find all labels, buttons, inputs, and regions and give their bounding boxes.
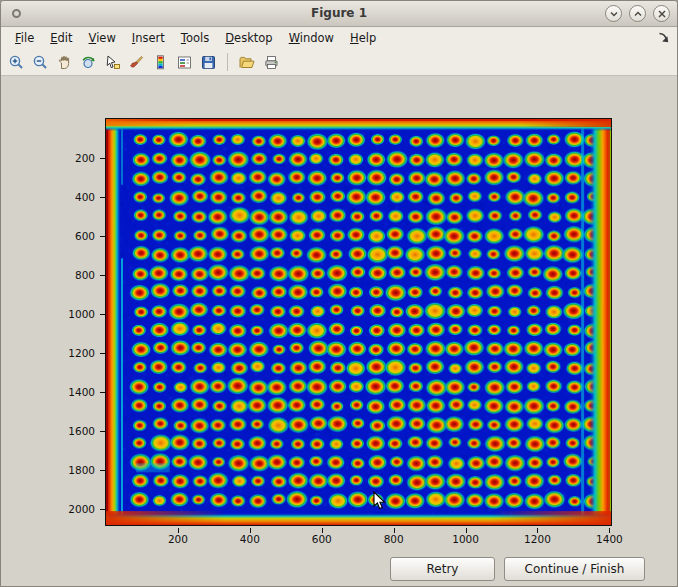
- save-icon: [200, 54, 217, 71]
- y-tickmark: [100, 314, 105, 315]
- x-tick-label: 400: [240, 533, 260, 545]
- data-cursor-button[interactable]: [101, 51, 123, 73]
- y-tick-label: 1000: [68, 308, 95, 320]
- save-button[interactable]: [197, 51, 219, 73]
- x-tick-label: 1000: [452, 533, 479, 545]
- print-icon: [263, 54, 280, 71]
- menubar-items: FileEditViewInsertToolsDesktopWindowHelp: [1, 27, 677, 49]
- titlebar[interactable]: Figure 1: [1, 1, 677, 27]
- menu-item-window[interactable]: Window: [281, 28, 342, 48]
- menu-item-tools[interactable]: Tools: [173, 28, 217, 48]
- maximize-button[interactable]: [629, 5, 646, 22]
- figure-canvas-area: 2004006008001000120014001600180020002004…: [1, 76, 677, 586]
- continue-finish-button[interactable]: Continue / Finish: [504, 557, 645, 581]
- y-tickmark: [100, 392, 105, 393]
- dock-figure-button[interactable]: [654, 30, 672, 46]
- chevron-up-icon: [633, 9, 643, 19]
- y-tickmark: [100, 275, 105, 276]
- pan-button[interactable]: [53, 51, 75, 73]
- brush-button[interactable]: [125, 51, 147, 73]
- y-tick-label: 1600: [68, 425, 95, 437]
- y-tick-label: 2000: [68, 503, 95, 515]
- open-folder-icon: [238, 54, 256, 71]
- menu-item-file[interactable]: File: [7, 28, 42, 48]
- zoom-in-icon: [8, 54, 25, 71]
- y-tick-label: 600: [75, 230, 95, 242]
- y-tickmark: [100, 197, 105, 198]
- legend-button[interactable]: [173, 51, 195, 73]
- y-tick-label: 1200: [68, 347, 95, 359]
- zoom-in-button[interactable]: [5, 51, 27, 73]
- menu-item-edit[interactable]: Edit: [42, 28, 80, 48]
- figure-window: Figure 1 FileEditViewInsertToolsDesktopW…: [0, 0, 678, 587]
- menu-item-view[interactable]: View: [81, 28, 124, 48]
- y-tickmark: [100, 509, 105, 510]
- window-controls: [605, 5, 670, 22]
- chevron-down-icon: [609, 9, 619, 19]
- toolbar: [1, 49, 677, 76]
- retry-button[interactable]: Retry: [390, 557, 495, 581]
- pan-icon: [56, 54, 73, 71]
- y-tick-label: 1400: [68, 386, 95, 398]
- x-tick-label: 600: [312, 533, 332, 545]
- y-tickmark: [100, 353, 105, 354]
- y-tickmark: [100, 470, 105, 471]
- print-button[interactable]: [260, 51, 282, 73]
- window-title: Figure 1: [1, 6, 677, 20]
- x-tick-label: 800: [384, 533, 404, 545]
- rotate-3d-icon: [80, 54, 97, 71]
- y-tickmark: [100, 236, 105, 237]
- menu-item-insert[interactable]: Insert: [124, 28, 173, 48]
- x-tick-label: 1400: [596, 533, 623, 545]
- y-tick-label: 1800: [68, 464, 95, 476]
- x-tick-label: 1200: [524, 533, 551, 545]
- rotate-3d-button[interactable]: [77, 51, 99, 73]
- y-tick-label: 400: [75, 191, 95, 203]
- legend-icon: [176, 54, 193, 71]
- close-button[interactable]: [653, 5, 670, 22]
- y-tick-label: 200: [75, 152, 95, 164]
- y-tickmark: [100, 431, 105, 432]
- menu-item-help[interactable]: Help: [342, 28, 384, 48]
- menu-item-desktop[interactable]: Desktop: [217, 28, 280, 48]
- zoom-out-icon: [32, 54, 49, 71]
- colorbar-icon: [152, 54, 169, 71]
- axes: 2004006008001000120014001600180020002004…: [105, 118, 614, 528]
- zoom-out-button[interactable]: [29, 51, 51, 73]
- colorbar-button[interactable]: [149, 51, 171, 73]
- x-tick-label: 200: [168, 533, 188, 545]
- shade-button[interactable]: [605, 5, 622, 22]
- plate-image[interactable]: [105, 118, 612, 526]
- y-tick-label: 800: [75, 269, 95, 281]
- data-cursor-icon: [104, 54, 121, 71]
- open-folder-button[interactable]: [236, 51, 258, 73]
- y-tickmark: [100, 158, 105, 159]
- close-icon: [657, 9, 667, 19]
- toolbar-separator: [227, 53, 228, 71]
- brush-icon: [128, 54, 145, 71]
- dock-arrow-icon: [656, 30, 671, 45]
